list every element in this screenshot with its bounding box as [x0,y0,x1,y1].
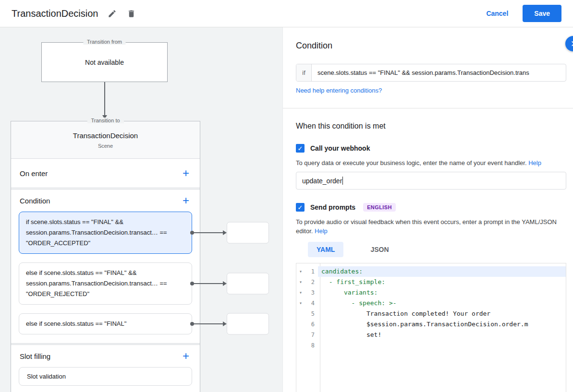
code-text: set! [318,330,566,340]
transition-from-box[interactable]: Transition from Not available [41,42,168,82]
editor-line[interactable]: 5 Transaction completed! Your order [296,309,566,319]
prompts-help-link[interactable]: Help [315,227,328,235]
editor-line[interactable]: ▾3 variants: [296,287,566,298]
condition-detail-panel: Condition if scene.slots.status == "FINA… [282,27,573,392]
pencil-icon [108,9,117,18]
collapse-panel-button[interactable] [565,36,573,51]
condition-text: else if scene.slots.status == "FINAL" [26,320,126,327]
line-number: 7 [305,330,317,340]
chevron-right-icon [570,40,573,47]
condition-section-label: Condition [20,197,50,205]
tab-json[interactable]: JSON [362,242,397,257]
condition-expression-row: if scene.slots.status == "FINAL" && sess… [296,64,566,82]
scene-type-label: Scene [11,143,200,149]
code-text [318,340,566,351]
save-button[interactable]: Save [523,5,561,22]
slot-validation-item[interactable]: Slot validation [19,367,192,386]
page-title: TransactionDecision [12,8,98,19]
connector-line [194,283,224,284]
send-prompts-checkbox[interactable]: ✓ [296,203,305,212]
line-number: 4 [305,298,317,309]
language-badge: ENGLISH [363,203,396,212]
event-handler-input[interactable]: update_order [296,172,566,190]
add-condition-icon[interactable]: + [181,195,191,206]
webhook-description: To query data or execute your business l… [296,158,568,167]
screen: TransactionDecision Cancel Save Transiti… [0,0,573,392]
transition-to-label: Transition to [87,118,123,123]
transition-from-label: Transition from [83,39,126,45]
add-slot-icon[interactable]: + [181,351,191,361]
editor-line[interactable]: ▾2 - first_simple: [296,277,566,287]
webhook-checkbox-row: ✓ Call your webhook [296,144,370,153]
editor-tabs: YAML JSON [308,242,398,257]
if-prefix-label: if [296,64,312,81]
transition-target-box[interactable] [227,313,269,335]
line-number: 1 [305,266,317,277]
fold-arrow-icon[interactable]: ▾ [296,287,305,298]
check-icon: ✓ [298,145,303,152]
check-icon: ✓ [298,204,303,211]
flow-arrow-line [104,82,105,115]
connector-arrowhead [223,281,227,286]
code-text: - first_simple: [318,277,566,287]
scene-name: TransactionDecision [11,131,200,140]
condition-expression-input[interactable]: scene.slots.status == "FINAL" && session… [312,64,566,81]
line-number: 6 [305,319,317,330]
text-cursor [342,177,343,185]
cancel-button[interactable]: Cancel [486,10,508,17]
code-text: - speech: >- [318,298,566,309]
code-text: variants: [318,287,566,298]
editor-line[interactable]: ▾4 - speech: >- [296,298,566,309]
condition-item-final[interactable]: else if scene.slots.status == "FINAL" [19,313,192,334]
condition-section-header: Condition + [11,190,200,212]
slot-filling-label: Slot filling [20,352,50,360]
line-number: 8 [305,340,317,351]
connector-line [194,323,224,324]
connector-line [194,232,224,233]
add-on-enter-icon[interactable]: + [181,168,191,178]
scene-card-header[interactable]: TransactionDecision Scene [11,121,200,159]
yaml-editor-lines: ▾1candidates:▾2 - first_simple:▾3 varian… [296,263,566,351]
prompts-description-text: To provide audio or visual feedback when… [296,218,557,235]
transition-target-box[interactable] [227,222,269,244]
delete-scene-button[interactable] [126,8,136,19]
conditions-help-link[interactable]: Need help entering conditions? [296,87,382,94]
panel-divider [283,108,573,108]
editor-line[interactable]: 7 set! [296,330,566,340]
call-webhook-checkbox[interactable]: ✓ [296,144,305,153]
webhook-description-text: To query data or execute your business l… [296,159,527,166]
fold-arrow-icon[interactable]: ▾ [296,266,305,277]
condition-text: if scene.slots.status == "FINAL" && sess… [26,218,167,247]
condition-item-accepted[interactable]: if scene.slots.status == "FINAL" && sess… [19,212,192,254]
fold-arrow-icon[interactable]: ▾ [296,277,305,287]
scene-flow-pane: Transition from Not available Transition… [0,27,282,392]
panel-title: Condition [296,41,332,51]
fold-arrow-icon [296,319,305,330]
condition-text: else if scene.slots.status == "FINAL" &&… [26,269,167,297]
prompts-description: To provide audio or visual feedback when… [296,217,568,236]
code-text: Transaction completed! Your order [318,309,566,319]
editor-line[interactable]: ▾1candidates: [296,266,566,277]
when-condition-met-title: When this condition is met [296,122,386,131]
transition-target-box[interactable] [227,273,269,295]
webhook-help-link[interactable]: Help [528,159,541,166]
condition-item-rejected[interactable]: else if scene.slots.status == "FINAL" &&… [19,262,192,305]
tab-yaml[interactable]: YAML [308,242,343,257]
trash-icon [127,9,136,18]
editor-line[interactable]: 6 $session.params.TransactionDecision.or… [296,319,566,330]
scene-card: Transition to TransactionDecision Scene … [11,121,200,392]
code-text: candidates: [318,266,566,277]
slot-validation-label: Slot validation [27,373,66,380]
connector-arrowhead [223,230,227,235]
fold-arrow-icon [296,330,305,340]
fold-arrow-icon[interactable]: ▾ [296,298,305,309]
editor-line[interactable]: 8 [296,340,566,351]
edit-title-button[interactable] [107,8,117,19]
line-number: 3 [305,287,317,298]
send-prompts-label: Send prompts [310,203,355,211]
line-number: 5 [305,309,317,319]
code-text: $session.params.TransactionDecision.orde… [318,319,566,330]
event-handler-value: update_order [302,177,342,185]
prompts-checkbox-row: ✓ Send prompts ENGLISH [296,203,396,212]
yaml-editor[interactable]: ▾1candidates:▾2 - first_simple:▾3 varian… [296,263,566,392]
